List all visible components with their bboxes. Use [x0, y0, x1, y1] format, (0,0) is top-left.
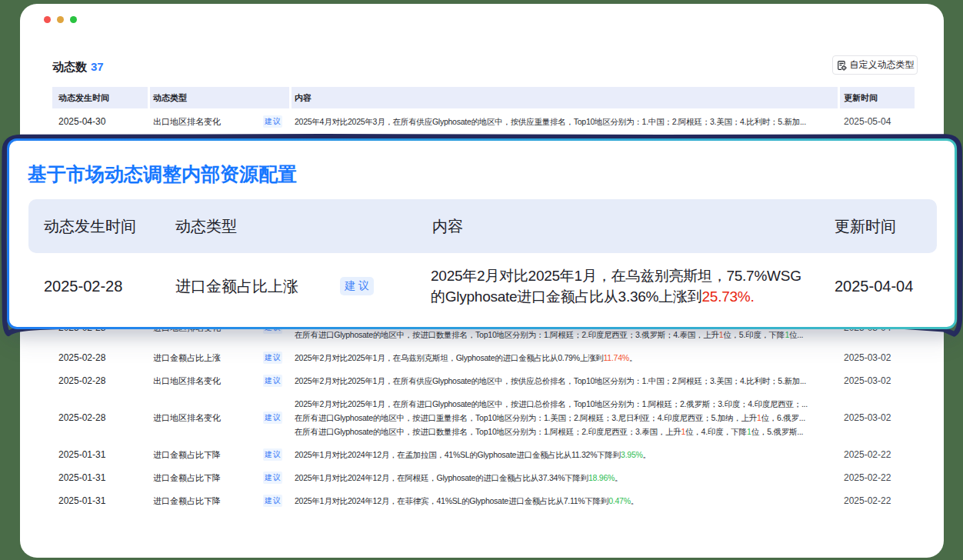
- content-line: 2025年1月对比2024年12月，在菲律宾，41%SL的Glyphosate进…: [295, 494, 838, 508]
- column-header-update-time: 更新时间: [840, 87, 915, 108]
- row-date: 2025-02-28: [52, 375, 148, 386]
- close-window-icon[interactable]: [44, 16, 51, 23]
- row-content: 2025年1月对比2024年12月，在阿根廷，Glyphosate的进口金额占比…: [292, 471, 838, 485]
- row-update-time: 2025-03-02: [840, 375, 915, 386]
- magnified-row-date: 2025-02-28: [44, 253, 122, 319]
- content-line: 在所有进口Glyphosate的地区中，按进口数量排名，Top10地区分别为：1…: [295, 425, 838, 438]
- content-line: 2025年2月对比2025年1月，在所有供应Glyphosate的地区中，按供应…: [295, 374, 838, 388]
- suggestion-link[interactable]: 建议: [263, 448, 282, 461]
- row-content: 2025年1月对比2024年12月，在菲律宾，41%SL的Glyphosate进…: [292, 494, 838, 508]
- content-line: 在所有进口Glyphosate的地区中，按进口数量排名，Top10地区分别为：1…: [295, 328, 838, 342]
- row-type: 进口金额占比下降: [153, 496, 221, 505]
- row-type: 进口金额占比上涨: [153, 353, 221, 362]
- dynamics-count-value: 37: [91, 60, 104, 73]
- content-line: 2025年2月对比2025年1月，在所有进口Glyphosate的地区中，按进口…: [295, 397, 838, 411]
- table-body-top: 2025-04-30出口地区排名变化建议2025年4月对比2025年3月，在所有…: [52, 108, 915, 135]
- row-type-cell: 出口地区排名变化建议: [150, 116, 289, 128]
- row-type: 出口地区排名变化: [153, 376, 221, 385]
- table-body-below: 2025-02-28进口地区排名变化建议2025年2月对比2025年1月，在所有…: [52, 309, 915, 512]
- column-header-dynamic-type: 动态类型: [150, 87, 289, 108]
- table-row[interactable]: 2025-01-31进口金额占比下降建议2025年1月对比2024年12月，在孟…: [52, 443, 915, 466]
- table-row[interactable]: 2025-04-30出口地区排名变化建议2025年4月对比2025年3月，在所有…: [52, 108, 915, 135]
- column-header-occurrence-time: 动态发生时间: [52, 87, 148, 108]
- row-content: 2025年2月对比2025年1月，在乌兹别克斯坦，Glyphosate的进口金额…: [292, 351, 838, 365]
- suggestion-link[interactable]: 建议: [263, 352, 282, 364]
- magnified-column-content: 内容: [432, 199, 463, 253]
- row-update-time: 2025-03-02: [840, 412, 915, 423]
- magnified-row-card: 基于市场动态调整内部资源配置 动态发生时间 动态类型 内容 更新时间 2025-…: [7, 138, 957, 329]
- suggestion-badge[interactable]: 建议: [340, 277, 374, 295]
- dynamics-count: 动态数37: [52, 60, 104, 75]
- magnified-row-content: 2025年2月对比2025年1月，在乌兹别亮斯坦，75.7%WSG的Glypho…: [431, 253, 809, 319]
- row-type: 进口地区排名变化: [153, 413, 221, 422]
- suggestion-link[interactable]: 建议: [263, 412, 282, 424]
- row-type-cell: 进口金额占比上涨建议: [150, 352, 289, 364]
- magnified-column-occurrence-time: 动态发生时间: [44, 199, 136, 253]
- suggestion-link[interactable]: 建议: [263, 495, 282, 507]
- magnified-table-row[interactable]: 2025-02-28 进口金额占比上涨 建议 2025年2月对比2025年1月，…: [28, 253, 937, 319]
- magnified-column-update-time: 更新时间: [835, 199, 896, 253]
- row-type-cell: 进口金额占比下降建议: [150, 449, 289, 461]
- dynamics-count-label: 动态数: [52, 60, 87, 73]
- content-line: 在所有进口Glyphosate的地区中，按进口重量排名，Top10地区分别为：1…: [295, 411, 838, 425]
- row-type-cell: 进口金额占比下降建议: [150, 472, 289, 484]
- minimize-window-icon[interactable]: [57, 16, 64, 23]
- magnified-row-update-time: 2025-04-04: [835, 253, 913, 319]
- window-controls: [44, 16, 77, 23]
- content-line: 2025年1月对比2024年12月，在阿根廷，Glyphosate的进口金额占比…: [295, 471, 838, 485]
- row-update-time: 2025-05-04: [840, 116, 915, 127]
- row-type: 进口金额占比下降: [153, 473, 221, 482]
- suggestion-link[interactable]: 建议: [263, 115, 282, 128]
- magnified-table-header: 动态发生时间 动态类型 内容 更新时间: [28, 199, 937, 253]
- content-line: 的Glyphosate进口金额占比从3.36%上涨到25.73%.: [431, 286, 801, 307]
- content-line: 2025年2月对比2025年1月，在乌兹别亮斯坦，75.7%WSG: [431, 265, 801, 286]
- zoom-window-icon[interactable]: [70, 16, 77, 23]
- row-content: 2025年2月对比2025年1月，在所有进口Glyphosate的地区中，按进口…: [292, 397, 838, 438]
- magnified-card-title: 基于市场动态调整内部资源配置: [28, 161, 297, 187]
- table-row[interactable]: 2025-02-28出口地区排名变化建议2025年2月对比2025年1月，在所有…: [52, 369, 915, 392]
- row-date: 2025-01-31: [52, 449, 148, 460]
- table-row[interactable]: 2025-02-28进口地区排名变化建议2025年2月对比2025年1月，在所有…: [52, 392, 915, 443]
- column-header-content: 内容: [292, 87, 838, 108]
- page: { "window": { "traffic_lights": ["close"…: [0, 0, 963, 560]
- table-header-row: 动态发生时间 动态类型 内容 更新时间: [52, 87, 915, 108]
- content-line: 2025年1月对比2024年12月，在孟加拉国，41%SL的Glyphosate…: [295, 448, 838, 462]
- suggestion-link[interactable]: 建议: [263, 375, 282, 387]
- row-update-time: 2025-02-22: [840, 449, 915, 460]
- file-gear-icon: [836, 60, 847, 71]
- table-row[interactable]: 2025-01-31进口金额占比下降建议2025年1月对比2024年12月，在阿…: [52, 466, 915, 489]
- customize-dynamic-type-button[interactable]: 自定义动态类型: [832, 55, 918, 75]
- row-date: 2025-04-30: [52, 116, 148, 127]
- table-row[interactable]: 2025-02-28进口金额占比上涨建议2025年2月对比2025年1月，在乌兹…: [52, 346, 915, 369]
- row-date: 2025-02-28: [52, 352, 148, 363]
- row-type: 进口金额占比下降: [153, 450, 221, 459]
- row-date: 2025-02-28: [52, 412, 148, 423]
- customize-dynamic-type-label: 自定义动态类型: [850, 58, 915, 72]
- row-content: 2025年2月对比2025年1月，在所有供应Glyphosate的地区中，按供应…: [292, 374, 838, 388]
- content-line: 2025年4月对比2025年3月，在所有供应Glyphosate的地区中，按供应…: [295, 115, 838, 128]
- row-update-time: 2025-03-02: [840, 352, 915, 363]
- row-content: 2025年1月对比2024年12月，在孟加拉国，41%SL的Glyphosate…: [292, 448, 838, 462]
- magnified-column-dynamic-type: 动态类型: [175, 199, 237, 253]
- row-type-cell: 进口金额占比下降建议: [150, 495, 289, 507]
- row-type-cell: 进口地区排名变化建议: [150, 412, 289, 424]
- row-content: 2025年4月对比2025年3月，在所有供应Glyphosate的地区中，按供应…: [292, 115, 838, 128]
- content-line: 2025年2月对比2025年1月，在乌兹别克斯坦，Glyphosate的进口金额…: [295, 351, 838, 365]
- row-update-time: 2025-02-22: [840, 472, 915, 483]
- row-update-time: 2025-02-22: [840, 495, 915, 506]
- table-row[interactable]: 2025-01-31进口金额占比下降建议2025年1月对比2024年12月，在菲…: [52, 489, 915, 512]
- suggestion-link[interactable]: 建议: [263, 472, 282, 484]
- row-date: 2025-01-31: [52, 495, 148, 506]
- row-type-cell: 出口地区排名变化建议: [150, 375, 289, 387]
- row-date: 2025-01-31: [52, 472, 148, 483]
- magnified-row-type: 进口金额占比上涨: [175, 253, 298, 319]
- row-type: 出口地区排名变化: [153, 117, 221, 126]
